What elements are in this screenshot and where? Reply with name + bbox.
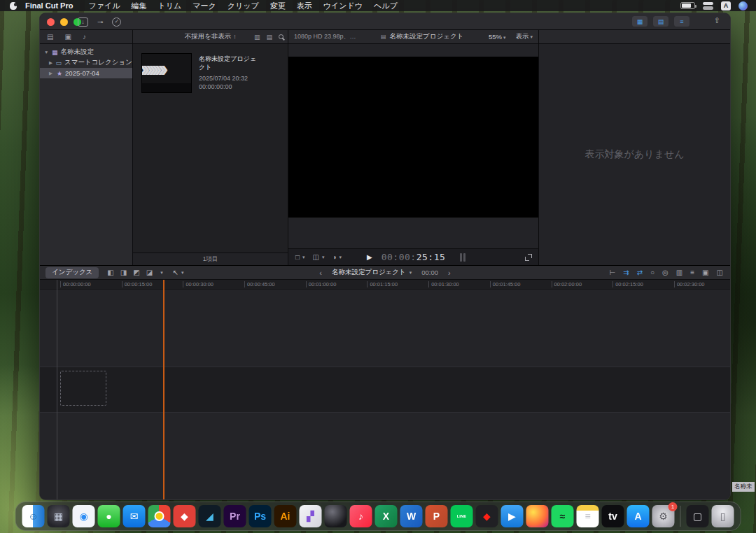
dock-app-photoshop[interactable]: Ps <box>249 505 272 527</box>
timeline-tool-audio-solo[interactable]: ○ <box>650 269 654 276</box>
browser-toggle-button[interactable]: ▦ <box>632 16 648 27</box>
sidebar-item-event-2025-07-04[interactable]: ▶★2025-07-04 <box>40 68 132 78</box>
dock-app-chrome[interactable] <box>148 505 171 527</box>
fullscreen-icon[interactable] <box>525 254 532 261</box>
audio-meters-icon[interactable] <box>460 253 465 262</box>
control-center-icon[interactable] <box>703 2 713 10</box>
zoom-dropdown[interactable]: 55%▾ <box>489 33 506 41</box>
timeline-tool-clip-appearance[interactable]: ≡ <box>690 269 694 276</box>
menu-item-modify[interactable]: 変更 <box>265 1 291 11</box>
dock-app-powerpoint[interactable]: P <box>426 505 448 527</box>
playhead[interactable] <box>163 280 164 499</box>
dock-app-music-app[interactable]: ♪ <box>350 505 372 527</box>
view-dropdown[interactable]: 表示▾ <box>515 32 533 41</box>
import-media-button[interactable]: ↓ <box>78 17 88 27</box>
dock-app-affinity[interactable]: ◢ <box>199 505 221 527</box>
timeline-toggle-button[interactable]: ▤ <box>653 16 668 27</box>
viewer-tool-transform[interactable]: □▾ <box>295 253 305 261</box>
menu-item-file[interactable]: ファイル <box>83 1 125 11</box>
timeline-tool-audio-meters[interactable]: ▥ <box>676 269 682 276</box>
menu-item-window[interactable]: ウインドウ <box>318 1 368 11</box>
edit-tool-append[interactable]: ◩ <box>133 269 139 276</box>
timeline-tool-snapping[interactable]: ⇄ <box>637 269 643 276</box>
keyword-editor-button[interactable]: ⊸ <box>97 18 103 26</box>
timeline-project-dropdown[interactable]: 名称未設定プロジェクト ▾ <box>332 268 412 277</box>
dock-app-app-store[interactable]: A <box>627 505 650 527</box>
disclosure-triangle-icon[interactable]: ▶ <box>49 71 54 76</box>
search-icon[interactable] <box>279 34 284 39</box>
menu-item-clip[interactable]: クリップ <box>222 1 265 11</box>
list-view-icon[interactable]: ▤ <box>266 34 272 41</box>
app-menu-title[interactable]: Final Cut Pro <box>25 1 73 10</box>
dock-app-illustrator[interactable]: Ai <box>274 505 297 527</box>
timeline-timecode[interactable]: 00:00 <box>421 269 438 276</box>
inspector-toggle-button[interactable]: ≡ <box>674 16 690 27</box>
menu-item-trim[interactable]: トリム <box>152 1 187 11</box>
disclosure-triangle-icon[interactable]: ▶ <box>49 60 52 66</box>
dock-app-word[interactable]: W <box>400 505 423 527</box>
siri-icon[interactable] <box>738 1 748 10</box>
filmstrip-view-icon[interactable]: ▥ <box>254 34 260 41</box>
timeline-tool-voiceover[interactable]: ◎ <box>662 269 668 276</box>
dock-app-trash[interactable]: ▯ <box>712 505 734 527</box>
dock-app-notes[interactable]: ≡ <box>577 505 599 527</box>
input-source-icon[interactable]: A <box>721 1 731 10</box>
menu-item-help[interactable]: ヘルプ <box>368 1 403 11</box>
sidebar-item-library[interactable]: ▼▦名称未設定 <box>40 47 132 57</box>
edit-tool-connect[interactable]: ◧ <box>107 269 113 276</box>
pointer-tool-dropdown[interactable]: ↖ ▾ <box>173 269 184 276</box>
viewer-tool-effects[interactable]: ◑▾ <box>332 253 342 261</box>
dock-app-safari[interactable]: ◉ <box>73 505 95 527</box>
dock-app-mail[interactable]: ✉ <box>123 505 146 527</box>
dock-app-final-cut-pro[interactable]: ▞ <box>300 505 322 527</box>
dock-app-messages[interactable]: ● <box>98 505 120 527</box>
timeline-tool-trim[interactable]: ⊢ <box>610 269 616 276</box>
dock-app-firefox[interactable] <box>526 505 549 527</box>
timeline-ruler[interactable]: 00:00:00:0000:00:15:0000:00:30:0000:00:4… <box>40 280 730 290</box>
dock-app-system-settings[interactable]: ⚙1 <box>652 505 675 527</box>
dock-app-spotify[interactable]: ≈ <box>552 505 574 527</box>
dock-app-finder[interactable]: ☺ <box>22 505 45 527</box>
dock-app-zoom[interactable]: ▶ <box>501 505 524 527</box>
viewer-canvas[interactable] <box>288 57 538 218</box>
clip-thumbnail[interactable]: ›››››››› <box>141 53 192 93</box>
clip-filter-dropdown[interactable]: 不採用を非表示 ↕ <box>185 32 237 41</box>
menu-item-view[interactable]: 表示 <box>291 1 318 11</box>
play-button[interactable]: ▶ <box>367 249 372 265</box>
window-titlebar[interactable]: ↓ ⊸ ✓ ▦▤≡ ⇧ <box>40 13 730 30</box>
next-project-button[interactable]: › <box>448 269 451 277</box>
background-tasks-button[interactable]: ✓ <box>112 17 121 27</box>
disclosure-triangle-icon[interactable]: ▼ <box>44 50 49 55</box>
dock-app-excel[interactable]: X <box>375 505 398 527</box>
dock-app-premiere-pro[interactable]: Pr <box>224 505 246 527</box>
dock-app-line[interactable]: LINE <box>451 505 473 527</box>
dock-app-acrobat[interactable]: ◆ <box>476 505 498 527</box>
sidebar-tab-photos-audio[interactable]: ▣ <box>64 33 71 41</box>
battery-icon[interactable] <box>680 2 695 9</box>
sidebar-item-smart-collection[interactable]: ▶▭スマートコレクション <box>40 57 132 68</box>
apple-menu-icon[interactable] <box>10 2 17 10</box>
minimize-button[interactable] <box>60 18 68 26</box>
menu-item-edit[interactable]: 編集 <box>125 1 152 11</box>
dock-app-apple-tv[interactable]: tv <box>602 505 624 527</box>
edit-tool-insert[interactable]: ◨ <box>120 269 127 276</box>
timeline-tool-position[interactable]: ⇉ <box>623 269 629 276</box>
share-button[interactable]: ⇧ <box>714 16 720 25</box>
timeline-tool-media-browser[interactable]: ◫ <box>717 269 723 276</box>
sidebar-tab-titles[interactable]: ♪ <box>83 33 86 41</box>
viewer-timecode[interactable]: 00:00: 25:15 <box>382 249 446 265</box>
edit-tool-overwrite[interactable]: ◪ <box>146 269 153 276</box>
sidebar-tab-clips[interactable]: ▤ <box>47 33 53 41</box>
close-button[interactable] <box>47 18 55 26</box>
index-button[interactable]: インデックス <box>46 267 99 278</box>
timeline-tracks[interactable] <box>40 290 730 499</box>
dock-app-red-app[interactable]: ◆ <box>174 505 196 527</box>
viewer-tool-crop[interactable]: ◫▾ <box>313 253 325 261</box>
format-info[interactable]: 1080p HD 23.98p、… <box>294 32 356 41</box>
dock-app-terminal[interactable]: ▢ <box>687 505 709 527</box>
timeline-tool-effects-browser[interactable]: ▣ <box>702 269 708 276</box>
previous-project-button[interactable]: ‹ <box>319 269 322 277</box>
dock-app-launchpad[interactable]: ▦ <box>48 505 70 527</box>
dock-app-sphere-app[interactable] <box>325 505 347 527</box>
menu-item-mark[interactable]: マーク <box>187 1 222 11</box>
